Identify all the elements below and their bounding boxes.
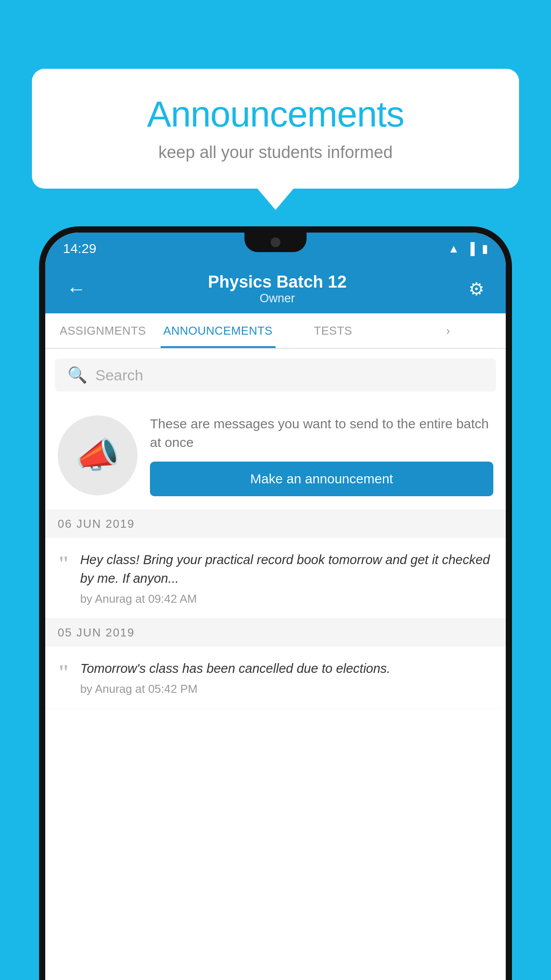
tab-assignments[interactable]: ASSIGNMENTS	[45, 313, 161, 348]
phone-screen: 14:29 ▲ ▐ ▮ ← Physics Batch 12 Owner ⚙	[45, 233, 506, 980]
make-announcement-button[interactable]: Make an announcement	[150, 462, 493, 496]
quote-icon-1: "	[58, 553, 70, 574]
speech-bubble: Announcements keep all your students inf…	[32, 69, 519, 189]
search-placeholder: Search	[95, 367, 143, 384]
date-section-1: 06 JUN 2019	[45, 510, 506, 538]
app-bar-title-group: Physics Batch 12 Owner	[208, 273, 347, 305]
search-bar[interactable]: 🔍 Search	[55, 359, 496, 391]
bubble-subtitle: keep all your students informed	[59, 143, 492, 162]
app-bar-title: Physics Batch 12	[208, 273, 347, 292]
tab-bar: ASSIGNMENTS ANNOUNCEMENTS TESTS ›	[45, 313, 506, 349]
status-time: 14:29	[63, 241, 96, 256]
tab-announcements[interactable]: ANNOUNCEMENTS	[161, 313, 276, 348]
settings-button[interactable]: ⚙	[464, 274, 489, 304]
quote-icon-2: "	[58, 662, 70, 683]
speech-bubble-section: Announcements keep all your students inf…	[32, 69, 519, 189]
announcement-item-2: " Tomorrow's class has been cancelled du…	[45, 647, 506, 709]
front-camera	[271, 237, 280, 247]
tab-more[interactable]: ›	[391, 313, 506, 348]
status-icons: ▲ ▐ ▮	[448, 242, 488, 256]
announcement-text-1: Hey class! Bring your practical record b…	[80, 550, 493, 588]
battery-icon: ▮	[482, 242, 488, 256]
tab-tests[interactable]: TESTS	[276, 313, 391, 348]
phone-frame: 14:29 ▲ ▐ ▮ ← Physics Batch 12 Owner ⚙	[39, 226, 512, 980]
app-bar: ← Physics Batch 12 Owner ⚙	[45, 265, 506, 313]
announcement-meta-1: by Anurag at 09:42 AM	[80, 592, 493, 606]
megaphone-circle: 📣	[58, 415, 138, 495]
signal-icon: ▐	[467, 242, 475, 256]
status-bar: 14:29 ▲ ▐ ▮	[45, 233, 506, 265]
back-button[interactable]: ←	[62, 273, 91, 304]
announcement-content-2: Tomorrow's class has been cancelled due …	[80, 659, 493, 696]
announcement-item-1: " Hey class! Bring your practical record…	[45, 538, 506, 619]
notch	[244, 233, 307, 252]
megaphone-icon: 📣	[75, 435, 120, 476]
phone-container: 14:29 ▲ ▐ ▮ ← Physics Batch 12 Owner ⚙	[39, 226, 512, 980]
date-section-2: 05 JUN 2019	[45, 619, 506, 647]
content-area: 🔍 Search 📣 These are messages you want t…	[45, 349, 506, 709]
wifi-icon: ▲	[448, 242, 460, 256]
promo-section: 📣 These are messages you want to send to…	[45, 401, 506, 510]
app-bar-subtitle: Owner	[208, 292, 347, 305]
announcement-meta-2: by Anurag at 05:42 PM	[80, 682, 493, 696]
search-icon: 🔍	[67, 366, 87, 384]
announcement-text-2: Tomorrow's class has been cancelled due …	[80, 659, 493, 678]
bubble-title: Announcements	[59, 93, 492, 135]
announcement-content-1: Hey class! Bring your practical record b…	[80, 550, 493, 606]
promo-right: These are messages you want to send to t…	[150, 415, 493, 496]
promo-description: These are messages you want to send to t…	[150, 415, 493, 452]
